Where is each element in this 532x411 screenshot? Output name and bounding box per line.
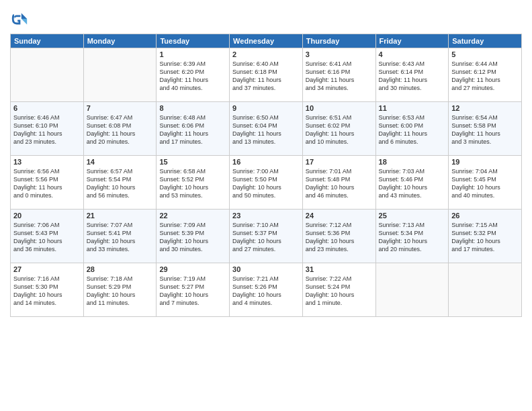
- day-number: 31: [306, 265, 373, 273]
- day-number: 27: [13, 265, 81, 273]
- cell-content: Sunrise: 6:57 AM Sunset: 5:54 PM Dayligh…: [87, 167, 154, 200]
- cell-content: Sunrise: 6:46 AM Sunset: 6:10 PM Dayligh…: [13, 113, 81, 146]
- cell-content: Sunrise: 7:12 AM Sunset: 5:36 PM Dayligh…: [306, 221, 373, 254]
- day-number: 8: [159, 104, 226, 112]
- calendar-week-4: 20Sunrise: 7:06 AM Sunset: 5:43 PM Dayli…: [11, 210, 522, 263]
- day-number: 4: [379, 50, 446, 58]
- page: SundayMondayTuesdayWednesdayThursdayFrid…: [0, 0, 532, 411]
- day-number: 3: [306, 50, 373, 58]
- day-number: 21: [87, 212, 154, 220]
- calendar-cell: 7Sunrise: 6:47 AM Sunset: 6:08 PM Daylig…: [83, 102, 157, 156]
- calendar-week-5: 27Sunrise: 7:16 AM Sunset: 5:30 PM Dayli…: [11, 263, 522, 317]
- cell-content: Sunrise: 6:43 AM Sunset: 6:14 PM Dayligh…: [379, 60, 446, 93]
- calendar-cell: 16Sunrise: 7:00 AM Sunset: 5:50 PM Dayli…: [230, 156, 303, 210]
- day-header-wednesday: Wednesday: [230, 34, 303, 48]
- day-number: 18: [379, 158, 446, 166]
- calendar-cell: 14Sunrise: 6:57 AM Sunset: 5:54 PM Dayli…: [83, 156, 157, 210]
- calendar-week-1: 1Sunrise: 6:39 AM Sunset: 6:20 PM Daylig…: [11, 48, 522, 102]
- calendar-week-2: 6Sunrise: 6:46 AM Sunset: 6:10 PM Daylig…: [11, 102, 522, 156]
- cell-content: Sunrise: 6:58 AM Sunset: 5:52 PM Dayligh…: [159, 167, 226, 200]
- day-number: 24: [306, 212, 373, 220]
- calendar-week-3: 13Sunrise: 6:56 AM Sunset: 5:56 PM Dayli…: [11, 156, 522, 210]
- day-number: 9: [232, 104, 300, 112]
- day-header-thursday: Thursday: [302, 34, 375, 48]
- calendar-cell: 29Sunrise: 7:19 AM Sunset: 5:27 PM Dayli…: [157, 263, 230, 317]
- day-number: 23: [232, 212, 300, 220]
- cell-content: Sunrise: 7:00 AM Sunset: 5:50 PM Dayligh…: [232, 167, 300, 200]
- cell-content: Sunrise: 6:56 AM Sunset: 5:56 PM Dayligh…: [13, 167, 81, 200]
- cell-content: Sunrise: 6:47 AM Sunset: 6:08 PM Dayligh…: [87, 113, 154, 146]
- logo: [10, 9, 31, 28]
- calendar-cell: 31Sunrise: 7:22 AM Sunset: 5:24 PM Dayli…: [302, 263, 375, 317]
- day-number: 29: [159, 265, 226, 273]
- cell-content: Sunrise: 6:39 AM Sunset: 6:20 PM Dayligh…: [159, 60, 226, 93]
- calendar-cell: 6Sunrise: 6:46 AM Sunset: 6:10 PM Daylig…: [11, 102, 84, 156]
- cell-content: Sunrise: 6:40 AM Sunset: 6:18 PM Dayligh…: [232, 60, 300, 93]
- day-header-friday: Friday: [375, 34, 449, 48]
- cell-content: Sunrise: 7:19 AM Sunset: 5:27 PM Dayligh…: [159, 275, 226, 308]
- day-number: 1: [159, 50, 226, 58]
- calendar-cell: 17Sunrise: 7:01 AM Sunset: 5:48 PM Dayli…: [302, 156, 375, 210]
- day-header-saturday: Saturday: [449, 34, 522, 48]
- cell-content: Sunrise: 6:41 AM Sunset: 6:16 PM Dayligh…: [306, 60, 373, 93]
- day-number: 28: [87, 265, 154, 273]
- header-row: SundayMondayTuesdayWednesdayThursdayFrid…: [11, 34, 522, 48]
- day-number: 26: [451, 212, 519, 220]
- calendar-cell: 8Sunrise: 6:48 AM Sunset: 6:06 PM Daylig…: [157, 102, 230, 156]
- calendar-table: SundayMondayTuesdayWednesdayThursdayFrid…: [10, 34, 522, 317]
- day-number: 16: [232, 158, 300, 166]
- cell-content: Sunrise: 7:16 AM Sunset: 5:30 PM Dayligh…: [13, 275, 81, 308]
- calendar-cell: 2Sunrise: 6:40 AM Sunset: 6:18 PM Daylig…: [230, 48, 303, 102]
- calendar-cell: 15Sunrise: 6:58 AM Sunset: 5:52 PM Dayli…: [157, 156, 230, 210]
- cell-content: Sunrise: 7:04 AM Sunset: 5:45 PM Dayligh…: [451, 167, 519, 200]
- cell-content: Sunrise: 7:21 AM Sunset: 5:26 PM Dayligh…: [232, 275, 300, 308]
- cell-content: Sunrise: 7:13 AM Sunset: 5:34 PM Dayligh…: [379, 221, 446, 254]
- calendar-cell: 13Sunrise: 6:56 AM Sunset: 5:56 PM Dayli…: [11, 156, 84, 210]
- day-number: 5: [451, 50, 519, 58]
- cell-content: Sunrise: 6:53 AM Sunset: 6:00 PM Dayligh…: [379, 113, 446, 146]
- calendar-cell: 26Sunrise: 7:15 AM Sunset: 5:32 PM Dayli…: [449, 210, 522, 263]
- calendar-cell: 12Sunrise: 6:54 AM Sunset: 5:58 PM Dayli…: [449, 102, 522, 156]
- calendar-cell: 28Sunrise: 7:18 AM Sunset: 5:29 PM Dayli…: [83, 263, 157, 317]
- cell-content: Sunrise: 6:50 AM Sunset: 6:04 PM Dayligh…: [232, 113, 300, 146]
- calendar-cell: [83, 48, 157, 102]
- cell-content: Sunrise: 7:22 AM Sunset: 5:24 PM Dayligh…: [306, 275, 373, 308]
- day-number: 12: [451, 104, 519, 112]
- svg-marker-2: [21, 19, 27, 24]
- day-number: 2: [232, 50, 300, 58]
- day-number: 20: [13, 212, 81, 220]
- day-number: 6: [13, 104, 81, 112]
- calendar-cell: 18Sunrise: 7:03 AM Sunset: 5:46 PM Dayli…: [375, 156, 449, 210]
- day-number: 14: [87, 158, 154, 166]
- calendar-cell: [11, 48, 84, 102]
- calendar-cell: 3Sunrise: 6:41 AM Sunset: 6:16 PM Daylig…: [302, 48, 375, 102]
- day-number: 25: [379, 212, 446, 220]
- calendar-cell: [375, 263, 449, 317]
- cell-content: Sunrise: 7:09 AM Sunset: 5:39 PM Dayligh…: [159, 221, 226, 254]
- cell-content: Sunrise: 7:03 AM Sunset: 5:46 PM Dayligh…: [379, 167, 446, 200]
- day-number: 13: [13, 158, 81, 166]
- calendar-cell: 4Sunrise: 6:43 AM Sunset: 6:14 PM Daylig…: [375, 48, 449, 102]
- calendar-cell: 10Sunrise: 6:51 AM Sunset: 6:02 PM Dayli…: [302, 102, 375, 156]
- cell-content: Sunrise: 6:44 AM Sunset: 6:12 PM Dayligh…: [451, 60, 519, 93]
- calendar-cell: 21Sunrise: 7:07 AM Sunset: 5:41 PM Dayli…: [83, 210, 157, 263]
- svg-marker-1: [21, 13, 27, 19]
- logo-icon: [10, 9, 29, 28]
- calendar-cell: 19Sunrise: 7:04 AM Sunset: 5:45 PM Dayli…: [449, 156, 522, 210]
- header: [10, 7, 522, 28]
- cell-content: Sunrise: 7:10 AM Sunset: 5:37 PM Dayligh…: [232, 221, 300, 254]
- calendar-cell: 22Sunrise: 7:09 AM Sunset: 5:39 PM Dayli…: [157, 210, 230, 263]
- calendar-cell: [449, 263, 522, 317]
- day-number: 7: [87, 104, 154, 112]
- day-header-monday: Monday: [83, 34, 157, 48]
- day-number: 30: [232, 265, 300, 273]
- cell-content: Sunrise: 7:18 AM Sunset: 5:29 PM Dayligh…: [87, 275, 154, 308]
- calendar-cell: 27Sunrise: 7:16 AM Sunset: 5:30 PM Dayli…: [11, 263, 84, 317]
- cell-content: Sunrise: 6:51 AM Sunset: 6:02 PM Dayligh…: [306, 113, 373, 146]
- cell-content: Sunrise: 7:01 AM Sunset: 5:48 PM Dayligh…: [306, 167, 373, 200]
- day-number: 19: [451, 158, 519, 166]
- cell-content: Sunrise: 6:54 AM Sunset: 5:58 PM Dayligh…: [451, 113, 519, 146]
- calendar-cell: 24Sunrise: 7:12 AM Sunset: 5:36 PM Dayli…: [302, 210, 375, 263]
- calendar-cell: 23Sunrise: 7:10 AM Sunset: 5:37 PM Dayli…: [230, 210, 303, 263]
- day-number: 10: [306, 104, 373, 112]
